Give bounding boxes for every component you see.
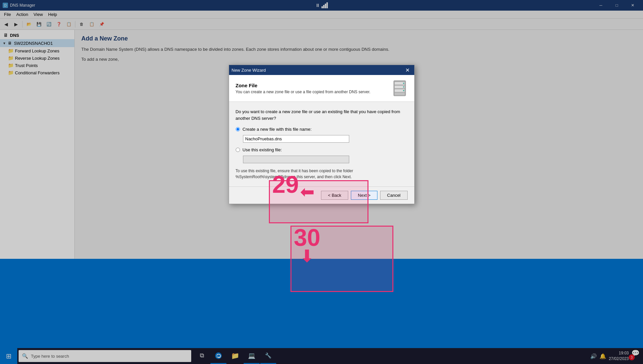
svg-point-4 xyxy=(403,83,404,84)
dialog-overlay: New Zone Wizard ✕ Zone File You can crea… xyxy=(0,0,643,364)
dialog-header: Zone File You can create a new zone file… xyxy=(229,75,414,102)
dialog-header-sub: You can create a new zone file or use a … xyxy=(236,90,370,94)
dialog-title-bar: New Zone Wizard ✕ xyxy=(229,65,414,75)
server-svg-icon xyxy=(393,80,406,97)
server-graphic xyxy=(392,80,408,96)
dialog-header-title: Zone File xyxy=(236,83,370,88)
svg-rect-7 xyxy=(395,93,405,95)
svg-point-5 xyxy=(403,86,404,88)
dialog-close-button[interactable]: ✕ xyxy=(404,66,412,74)
dialog-question: Do you want to create a new zone file or… xyxy=(236,109,408,121)
radio-create-new[interactable]: Create a new file with this file name: xyxy=(236,127,408,132)
back-button[interactable]: < Back xyxy=(321,191,348,200)
new-filename-input[interactable] xyxy=(243,135,349,143)
radio-use-existing-label[interactable]: Use this existing file: xyxy=(243,147,282,152)
cancel-button[interactable]: Cancel xyxy=(380,191,407,200)
existing-file-name-box xyxy=(243,156,408,163)
existing-filename-input[interactable] xyxy=(243,156,349,163)
radio-create-new-input[interactable] xyxy=(236,127,240,131)
svg-point-6 xyxy=(403,90,404,91)
new-zone-wizard-dialog: New Zone Wizard ✕ Zone File You can crea… xyxy=(229,65,415,204)
radio-use-existing-input[interactable] xyxy=(236,148,240,152)
dialog-note: To use this existing file, ensure that i… xyxy=(236,168,408,180)
dialog-footer: < Back Next > Cancel xyxy=(229,186,414,204)
radio-use-existing[interactable]: Use this existing file: xyxy=(236,147,408,152)
radio-create-new-label[interactable]: Create a new file with this file name: xyxy=(243,127,312,132)
dialog-title: New Zone Wizard xyxy=(232,68,404,73)
next-button[interactable]: Next > xyxy=(351,191,377,200)
dialog-body: Do you want to create a new zone file or… xyxy=(229,102,414,186)
dialog-header-left: Zone File You can create a new zone file… xyxy=(236,83,370,94)
new-file-name-box xyxy=(243,135,408,143)
